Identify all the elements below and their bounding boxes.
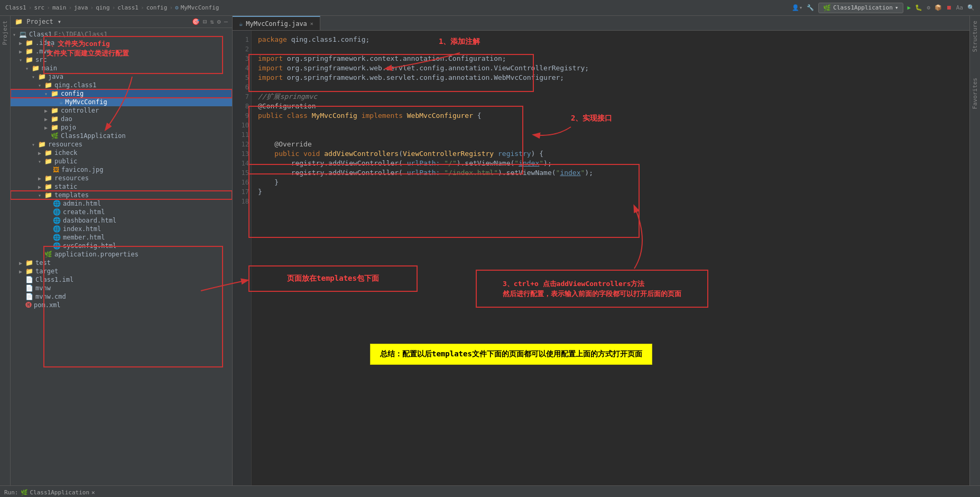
- code-content[interactable]: package qing.class1.config; import org.s…: [252, 31, 969, 485]
- tree-java[interactable]: ▾ 📁 java: [11, 72, 232, 81]
- favorites-icon[interactable]: Favorites: [972, 76, 978, 112]
- tab-bar: ☕ MyMvcConfig.java ✕: [233, 16, 969, 31]
- tree-mymvcconfig[interactable]: ▶ ☕ MyMvcConfig: [11, 98, 232, 106]
- tree-qing-class1[interactable]: ▾ 📁 qing.class1: [11, 81, 232, 89]
- tree-public[interactable]: ▾ 📁 public: [11, 157, 232, 165]
- tree-controller[interactable]: ▶ 📁 controller: [11, 106, 232, 115]
- tree-index-html[interactable]: ▶ 🌐 index.html: [11, 225, 232, 233]
- tree-member-html[interactable]: ▶ 🌐 member.html: [11, 233, 232, 242]
- title-bar-right: 👤▾ 🔧 🌿 Class1Application ▾ ▶ 🐛 ⚙ 📦 ⏹ Aa …: [792, 3, 975, 13]
- tab-close-icon[interactable]: ✕: [310, 21, 313, 26]
- run-indicator: Run: 🌿 Class1Application ✕: [4, 489, 95, 496]
- tree-root[interactable]: ▾ 💻 Class1 E:\IDEA\Class1: [11, 30, 232, 39]
- settings-icon[interactable]: ⚙: [217, 18, 221, 25]
- tree-icheck[interactable]: ▶ 📁 icheck: [11, 149, 232, 157]
- bottom-bar: Run: 🌿 Class1Application ✕: [0, 485, 980, 497]
- minimize-icon[interactable]: —: [224, 18, 228, 25]
- editor-area: ☕ MyMvcConfig.java ✕ 1 2 3 4 5 6 7 8 9 1…: [233, 16, 969, 485]
- run-app-label[interactable]: Class1Application: [30, 489, 90, 496]
- tab-label: MyMvcConfig.java: [246, 20, 307, 27]
- tree-src[interactable]: ▾ 📁 src: [11, 56, 232, 64]
- tree-test[interactable]: ▶ 📁 test: [11, 259, 232, 267]
- line-numbers: 1 2 3 4 5 6 7 8 9 10 11 12 13 14 15 16 1…: [233, 31, 252, 485]
- tree-sysconfig-html[interactable]: ▶ 🌐 sysConfig.html: [11, 242, 232, 250]
- tree-resources[interactable]: ▾ 📁 resources: [11, 140, 232, 149]
- project-panel: 📁 Project ▾ 🎯 ⊟ ⇅ ⚙ — ▾ 💻 Class1 E:\IDEA…: [11, 16, 233, 485]
- tree-mvn[interactable]: ▶ 📁 .mvn: [11, 47, 232, 56]
- tab-mymvcconfig[interactable]: ☕ MyMvcConfig.java ✕: [233, 16, 320, 30]
- tree-resources2[interactable]: ▶ 📁 resources: [11, 174, 232, 182]
- tree-config[interactable]: ▾ 📁 config: [11, 89, 232, 98]
- tree-mvnw[interactable]: ▶ 📄 mvnw: [11, 284, 232, 292]
- tree-dao[interactable]: ▶ 📁 dao: [11, 115, 232, 123]
- panel-header: 📁 Project ▾ 🎯 ⊟ ⇅ ⚙ —: [11, 16, 232, 28]
- run-config-label: Class1Application: [833, 4, 893, 11]
- right-side-strip: Structure Favorites: [969, 16, 980, 485]
- structure-icon[interactable]: Structure: [972, 19, 978, 54]
- tree-admin-html[interactable]: ▶ 🌐 admin.html: [11, 199, 232, 208]
- tree-target[interactable]: ▶ 📁 target: [11, 267, 232, 275]
- sort-icon[interactable]: ⇅: [210, 18, 214, 25]
- run-config-button[interactable]: 🌿 Class1Application ▾: [818, 3, 903, 13]
- tree-dashboard-html[interactable]: ▶ 🌐 dashboard.html: [11, 216, 232, 225]
- tree-create-html[interactable]: ▶ 🌐 create.html: [11, 208, 232, 216]
- tree-idea[interactable]: ▶ 📁 .idea: [11, 39, 232, 47]
- breadcrumb: Class1 › src › main › java › qing › clas…: [5, 4, 219, 11]
- left-side-strip: Project: [0, 16, 11, 485]
- code-area: 1 2 3 4 5 6 7 8 9 10 11 12 13 14 15 16 1…: [233, 31, 969, 485]
- tree-main[interactable]: ▾ 📁 main: [11, 64, 232, 72]
- tree-app-properties[interactable]: ▶ 🌿 application.properties: [11, 250, 232, 259]
- tree-mvnw-cmd[interactable]: ▶ 📄 mvnw.cmd: [11, 292, 232, 301]
- tree-templates[interactable]: ▾ 📁 templates: [11, 191, 232, 199]
- project-icon[interactable]: Project: [2, 19, 8, 47]
- tree-favicon[interactable]: ▶ 🖼 favicon.jpg: [11, 165, 232, 174]
- panel-title: 📁 Project: [15, 18, 53, 25]
- tree-pojo[interactable]: ▶ 📁 pojo: [11, 123, 232, 132]
- run-label: Run:: [4, 489, 19, 496]
- tree-static[interactable]: ▶ 📁 static: [11, 182, 232, 191]
- tree-class1app[interactable]: ▶ 🌿 Class1Application: [11, 132, 232, 140]
- file-tree: ▾ 💻 Class1 E:\IDEA\Class1 ▶ 📁 .idea ▶ 📁 …: [11, 28, 232, 485]
- tree-class1-iml[interactable]: ▶ 📄 Class1.iml: [11, 275, 232, 284]
- collapse-all-icon[interactable]: ⊟: [203, 18, 207, 25]
- tree-pom-xml[interactable]: ▶ 🅜 pom.xml: [11, 301, 232, 309]
- locate-icon[interactable]: 🎯: [192, 18, 200, 25]
- title-bar: Class1 › src › main › java › qing › clas…: [0, 0, 980, 16]
